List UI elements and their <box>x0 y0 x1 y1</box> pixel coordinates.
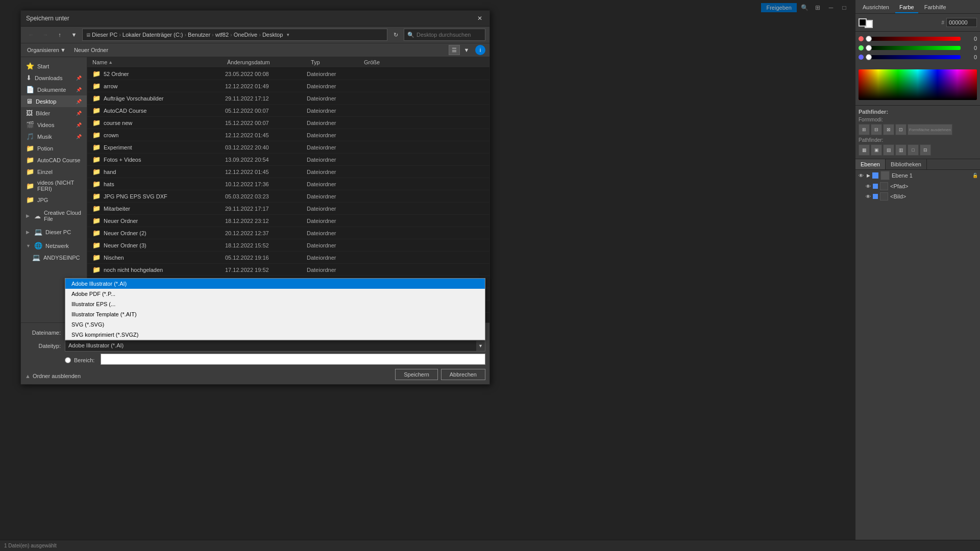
info-button[interactable]: i <box>475 45 485 55</box>
sidebar-item-start[interactable]: ⭐ Start <box>21 60 87 72</box>
col-type[interactable]: Typ <box>310 57 361 67</box>
filetype-option-ai[interactable]: Adobe Illustrator (*.AI) <box>65 279 485 289</box>
new-folder-button[interactable]: Neuer Ordner <box>71 46 111 54</box>
dateityp-dropdown-arrow[interactable]: ▼ <box>476 340 485 352</box>
sidebar-item-andyseinpc[interactable]: 💻 ANDYSEINPC <box>21 252 87 263</box>
bereich-radio[interactable] <box>65 357 71 363</box>
pf-crop[interactable]: ▥ <box>895 144 906 156</box>
sub-layer-bild-eye[interactable]: 👁 <box>866 194 871 199</box>
refresh-button[interactable]: ↻ <box>389 29 402 40</box>
sidebar-item-musik[interactable]: 🎵 Musik 📌 <box>21 131 87 142</box>
col-name[interactable]: Name ▲ <box>91 57 224 67</box>
folder-toggle-label[interactable]: Ordner ausblenden <box>33 373 81 379</box>
list-view-button[interactable]: ☰ <box>449 45 460 55</box>
file-row-8[interactable]: 📁hand 12.12.2022 01:45 Dateiordner <box>87 166 489 178</box>
up-button[interactable]: ↑ <box>54 29 66 40</box>
sidebar-item-desktop[interactable]: 🖥 Desktop 📌 <box>21 95 87 107</box>
sidebar-item-autocad[interactable]: 📁 AutoCAD Course <box>21 154 87 166</box>
red-slider[interactable] <box>866 37 961 41</box>
path-dropdown-arrow[interactable]: ▼ <box>284 31 292 39</box>
breadcrumb-dieser-pc[interactable]: Dieser PC <box>92 32 117 38</box>
file-row-6[interactable]: 📁Experiment 03.12.2022 20:40 Dateiordner <box>87 141 489 154</box>
sidebar-item-potion[interactable]: 📁 Potion <box>21 142 87 154</box>
blue-slider[interactable] <box>866 55 961 59</box>
file-row-7[interactable]: 📁Fotos + Videos 13.09.2022 20:54 Dateior… <box>87 154 489 166</box>
view-dropdown-button[interactable]: ▼ <box>461 45 472 55</box>
pf-exclude[interactable]: ⊡ <box>895 124 906 135</box>
pf-minus[interactable]: ⊟ <box>871 124 882 135</box>
sub-layer-bild[interactable]: 👁 <Bild> <box>855 191 980 202</box>
file-row-11[interactable]: 📁Mitarbeiter 29.11.2022 17:17 Dateiordne… <box>87 203 489 215</box>
organize-button[interactable]: Organisieren ▼ <box>25 46 68 54</box>
pf-merge[interactable]: ▤ <box>883 144 894 156</box>
dialog-bottom: Dateiname: Dateityp: Adobe Illustrator (… <box>21 322 489 384</box>
file-row-2[interactable]: 📁Aufträge Vorschaubilder 29.11.2022 17:1… <box>87 92 489 105</box>
pf-trim[interactable]: ▣ <box>871 144 882 156</box>
dateityp-current-value[interactable]: Adobe Illustrator (*.AI) <box>65 340 485 352</box>
file-row-12[interactable]: 📁Neuer Ordner 18.12.2022 23:12 Dateiordn… <box>87 215 489 227</box>
filetype-option-ait[interactable]: Illustrator Template (*.AIT) <box>65 309 485 319</box>
breadcrumb-onedrive[interactable]: OneDrive <box>234 32 257 38</box>
file-row-14[interactable]: 📁Neuer Ordner (3) 18.12.2022 15:52 Datei… <box>87 239 489 252</box>
sub-layer-pfad[interactable]: 👁 <Pfad> <box>855 181 980 191</box>
sidebar-item-dokumente[interactable]: 📄 Dokumente 📌 <box>21 84 87 95</box>
sidebar-item-downloads[interactable]: ⬇ Downloads 📌 <box>21 72 87 84</box>
sidebar-item-netzwerk[interactable]: ▼ 🌐 Netzwerk <box>21 240 87 252</box>
sidebar-item-videos[interactable]: 🎬 Videos 📌 <box>21 119 87 131</box>
back-button[interactable]: ← <box>25 29 37 40</box>
col-size[interactable]: Größe <box>363 57 404 67</box>
tab-bibliotheken[interactable]: Bibliotheken <box>886 159 927 169</box>
forward-button[interactable]: → <box>39 29 52 40</box>
color-spectrum[interactable] <box>859 69 977 100</box>
pf-outline[interactable]: □ <box>908 144 919 156</box>
file-row-5[interactable]: 📁crown 12.12.2022 01:45 Dateiordner <box>87 129 489 141</box>
path-box[interactable]: 🖥 Dieser PC › Lokaler Datenträger (C:) ›… <box>82 29 387 41</box>
sidebar-item-videos-nf[interactable]: 📁 videos (NICHT FERI) <box>21 178 87 194</box>
file-row-13[interactable]: 📁Neuer Ordner (2) 20.12.2022 12:37 Datei… <box>87 227 489 239</box>
sidebar-item-creative-cloud[interactable]: ▶ ☁ Creative Cloud File <box>21 208 87 224</box>
layer-item-ebene1[interactable]: 👁 ▶ Ebene 1 🔓 <box>855 170 980 181</box>
sub-layer-eye[interactable]: 👁 <box>866 184 871 189</box>
dropdown-recent-button[interactable]: ▼ <box>68 29 80 40</box>
tab-farbhilfe[interactable]: Farbhilfe <box>920 2 950 13</box>
cancel-button[interactable]: Abbrechen <box>441 369 485 380</box>
hex-color-input[interactable] <box>946 18 977 27</box>
tab-farbe[interactable]: Farbe <box>895 2 918 13</box>
filetype-option-pdf[interactable]: Adobe PDF (*.P... <box>65 289 485 299</box>
sidebar-item-jpg[interactable]: 📁 JPG <box>21 194 87 206</box>
search-input[interactable] <box>416 32 478 38</box>
layer-expand-arrow[interactable]: ▶ <box>867 173 870 178</box>
filetype-option-svg[interactable]: SVG (*.SVG) <box>65 319 485 330</box>
filetype-option-eps[interactable]: Illustrator EPS (... <box>65 299 485 309</box>
sidebar-item-dieser-pc[interactable]: ▶ 💻 Dieser PC <box>21 226 87 238</box>
file-row-0[interactable]: 📁52 Ordner 23.05.2022 00:08 Dateiordner <box>87 68 489 80</box>
file-row-10[interactable]: 📁JPG PNG EPS SVG DXF 05.03.2022 03:23 Da… <box>87 190 489 203</box>
layer-lock[interactable]: 🔓 <box>972 173 978 178</box>
foreground-color[interactable] <box>859 18 867 27</box>
file-row-4[interactable]: 📁course new 15.12.2022 00:07 Dateiordner <box>87 117 489 129</box>
layer-eye-icon[interactable]: 👁 <box>857 172 865 179</box>
dialog-close-button[interactable]: ✕ <box>475 14 484 23</box>
pf-unite[interactable]: ⊞ <box>859 124 870 135</box>
tab-ebenen[interactable]: Ebenen <box>855 159 886 169</box>
col-date[interactable]: Änderungsdatum <box>226 57 308 67</box>
pf-divide[interactable]: ▦ <box>859 144 870 156</box>
file-row-15[interactable]: 📁Nischen 05.12.2022 19:16 Dateiordner <box>87 252 489 264</box>
file-row-1[interactable]: 📁arrow 12.12.2022 01:49 Dateiordner <box>87 80 489 92</box>
file-row-16[interactable]: 📁noch nicht hochgeladen 17.12.2022 19:52… <box>87 264 489 276</box>
file-row-9[interactable]: 📁hats 10.12.2022 17:36 Dateiordner <box>87 178 489 190</box>
tab-ausrichten[interactable]: Ausrichten <box>859 2 893 13</box>
sidebar-item-einzel[interactable]: 📁 Einzel <box>21 166 87 178</box>
tags-input[interactable] <box>101 354 485 365</box>
breadcrumb-desktop[interactable]: Desktop <box>262 32 283 38</box>
file-row-3[interactable]: 📁AutoCAD Course 05.12.2022 00:07 Dateior… <box>87 105 489 117</box>
breadcrumb-wtf82[interactable]: wtf82 <box>215 32 229 38</box>
filetype-option-svgz[interactable]: SVG komprimiert (*.SVGZ) <box>65 330 485 340</box>
breadcrumb-lokaler[interactable]: Lokaler Datenträger (C:) <box>122 32 183 38</box>
green-slider[interactable] <box>866 46 961 50</box>
pf-minus-back[interactable]: ⊟ <box>920 144 931 156</box>
sidebar-item-bilder[interactable]: 🖼 Bilder 📌 <box>21 107 87 119</box>
pf-intersect[interactable]: ⊠ <box>883 124 894 135</box>
save-button[interactable]: Speichern <box>395 369 438 380</box>
breadcrumb-benutzer[interactable]: Benutzer <box>188 32 210 38</box>
